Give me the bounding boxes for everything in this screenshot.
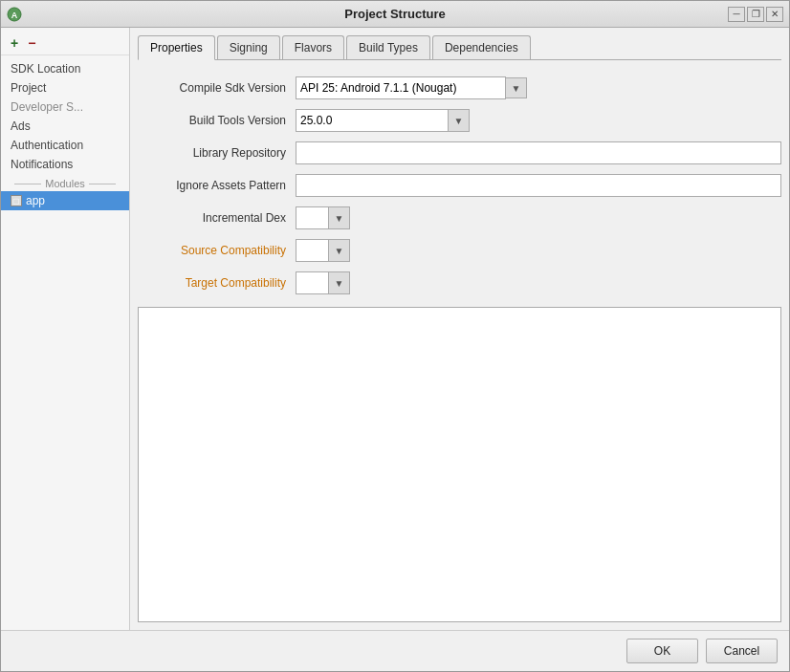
incremental-dex-input[interactable] (296, 206, 329, 229)
compile-sdk-label: Compile Sdk Version (138, 81, 296, 95)
target-compat-input[interactable] (296, 271, 329, 294)
sidebar-item-authentication[interactable]: Authentication (1, 136, 129, 155)
ignore-assets-label: Ignore Assets Pattern (138, 179, 296, 192)
title-buttons: ─ ❐ ✕ (728, 7, 783, 22)
cancel-button[interactable]: Cancel (706, 639, 778, 663)
compile-sdk-value: API 25: Android 7.1.1 (Nougat) (300, 81, 501, 95)
tab-properties[interactable]: Properties (138, 35, 215, 60)
build-tools-label: Build Tools Version (138, 114, 296, 127)
add-module-button[interactable]: + (9, 35, 20, 51)
sidebar-item-sdk-location[interactable]: SDK Location (1, 59, 129, 78)
app-icon: A (7, 7, 22, 22)
modules-section-header: Modules (1, 174, 129, 191)
properties-form: Compile Sdk Version API 25: Android 7.1.… (138, 72, 781, 299)
incremental-dex-row: Incremental Dex ▼ (138, 202, 781, 234)
sidebar-item-project[interactable]: Project (1, 78, 129, 98)
ignore-assets-input[interactable] (296, 174, 781, 197)
compile-sdk-dropdown-button[interactable]: ▼ (506, 77, 527, 98)
sidebar-item-app[interactable]: ▢ app (1, 191, 129, 210)
source-compat-label: Source Compatibility (138, 244, 296, 257)
compile-sdk-row: Compile Sdk Version API 25: Android 7.1.… (138, 72, 781, 104)
project-structure-dialog: A Project Structure ─ ❐ ✕ + − SDK Locati… (0, 0, 790, 672)
tab-signing[interactable]: Signing (217, 35, 280, 59)
source-compat-input[interactable] (296, 239, 329, 262)
dropdown-arrow-icon: ▼ (512, 83, 521, 94)
target-compat-dropdown-button[interactable]: ▼ (329, 271, 350, 294)
source-compat-dropdown-button[interactable]: ▼ (329, 239, 350, 262)
library-repo-row: Library Repository (138, 137, 781, 169)
build-tools-input[interactable] (296, 109, 449, 132)
dropdown-arrow-icon: ▼ (454, 116, 464, 126)
tab-bar: Properties Signing Flavors Build Types D… (138, 35, 781, 60)
build-tools-dropdown-button[interactable]: ▼ (449, 109, 470, 132)
build-tools-control: ▼ (296, 109, 470, 132)
module-icon: ▢ (11, 195, 22, 206)
title-bar: A Project Structure ─ ❐ ✕ (1, 1, 789, 28)
sidebar-item-ads[interactable]: Ads (1, 117, 129, 136)
dropdown-arrow-icon: ▼ (335, 278, 344, 289)
source-compat-row: Source Compatibility ▼ (138, 234, 781, 267)
svg-text:A: A (11, 11, 18, 20)
description-area (138, 307, 781, 622)
library-repo-label: Library Repository (138, 146, 296, 160)
sidebar-item-developer-s[interactable]: Developer S... (1, 98, 129, 117)
ignore-assets-row: Ignore Assets Pattern (138, 169, 781, 202)
title-bar-left: A (7, 7, 22, 22)
compile-sdk-control: API 25: Android 7.1.1 (Nougat) ▼ (296, 76, 527, 99)
sidebar-item-notifications[interactable]: Notifications (1, 155, 129, 174)
close-button[interactable]: ✕ (766, 7, 783, 22)
restore-button[interactable]: ❐ (747, 7, 764, 22)
tab-dependencies[interactable]: Dependencies (432, 35, 531, 59)
remove-module-button[interactable]: − (26, 35, 37, 51)
tab-flavors[interactable]: Flavors (282, 35, 344, 59)
main-content: Properties Signing Flavors Build Types D… (130, 28, 789, 630)
minimize-button[interactable]: ─ (728, 7, 745, 22)
target-compat-control: ▼ (296, 271, 350, 294)
sidebar-toolbar: + − (1, 32, 129, 55)
tab-build-types[interactable]: Build Types (346, 35, 430, 59)
target-compat-row: Target Compatibility ▼ (138, 267, 781, 299)
compile-sdk-select[interactable]: API 25: Android 7.1.1 (Nougat) (296, 76, 506, 99)
incremental-dex-control: ▼ (296, 206, 350, 229)
dropdown-arrow-icon: ▼ (335, 246, 344, 256)
ok-button[interactable]: OK (626, 639, 698, 663)
dropdown-arrow-icon: ▼ (335, 213, 344, 224)
dialog-body: + − SDK Location Project Developer S... … (1, 28, 789, 630)
dialog-title: Project Structure (344, 7, 445, 21)
bottom-bar: OK Cancel (1, 630, 789, 671)
build-tools-row: Build Tools Version ▼ (138, 104, 781, 137)
incremental-dex-label: Incremental Dex (138, 211, 296, 225)
target-compat-label: Target Compatibility (138, 276, 296, 290)
incremental-dex-dropdown-button[interactable]: ▼ (329, 206, 350, 229)
library-repo-input[interactable] (296, 141, 781, 164)
source-compat-control: ▼ (296, 239, 350, 262)
sidebar: + − SDK Location Project Developer S... … (1, 28, 130, 630)
